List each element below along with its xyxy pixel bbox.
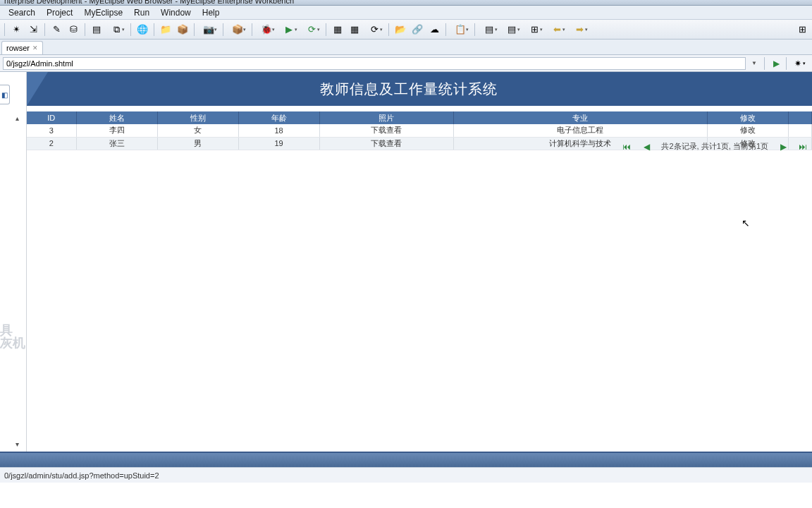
cloud-icon[interactable]: ☁ [426,22,442,37]
open-folder-icon[interactable]: 📂 [393,22,408,37]
last-page-icon[interactable]: ⏭ [798,142,808,152]
copy-icon[interactable]: 📋 [450,22,471,37]
window-title: nterprise Development - MyEclipse Web Br… [4,0,294,5]
page-banner: 教师信息及工作量统计系统 [27,72,812,106]
menu-myeclipse[interactable]: MyEclipse [78,8,128,18]
grid2-icon[interactable]: ▦ [347,22,362,37]
page-title: 教师信息及工作量统计系统 [48,80,812,99]
separator [130,23,131,36]
separator [252,23,252,36]
cell-sex: 男 [157,137,238,150]
cell-name: 张三 [76,137,157,150]
col-photo[interactable]: 照片 [319,111,453,124]
new-wizard-icon[interactable]: ✴ [8,22,24,37]
tab-label: rowser [6,44,30,52]
run-icon[interactable]: ▶ [278,22,300,37]
camera-icon[interactable]: 📷 [198,22,219,37]
sync-icon[interactable]: ⟳ [364,22,385,37]
separator [44,23,45,36]
col-sex[interactable]: 性别 [157,111,238,124]
package-icon[interactable]: 📦 [227,22,248,37]
col-end [788,111,812,124]
address-bar: 0/jsgzl/Admin.shtml ▼ ▶ ✷ [0,55,812,72]
wand-icon[interactable]: ✎ [49,22,64,37]
db-icon[interactable]: ⛁ [66,22,81,37]
menu-run[interactable]: Run [128,8,155,18]
main-toolbar: ✴ ⇲ ✎ ⛁ ▤ ⧉ 🌐 📁 📦 📷 📦 🐞 ▶ ⟳ ▦ ▦ ⟳ 📂 🔗 ☁ … [0,20,812,40]
cell-edit-link[interactable]: 修改 [707,124,788,137]
side-tab-icon[interactable]: ◧ [0,85,10,104]
list1-icon[interactable]: ▤ [479,22,500,37]
separator [194,23,195,36]
editor-tab-strip: rowser ✕ [0,40,812,55]
run-ext-icon[interactable]: ⟳ [301,22,322,37]
tree-icon[interactable]: ⊞ [524,22,545,37]
side-strip: ◧ ▴ ▾ [0,72,27,452]
col-major[interactable]: 专业 [453,111,707,124]
banner-wedge [27,72,48,106]
import-icon[interactable]: ⇲ [25,22,41,37]
browser-content: ◧ ▴ ▾ 教师信息及工作量统计系统 ID 姓名 性别 年龄 照片 专业 修改 [0,72,812,453]
cell-sex: 女 [157,124,238,137]
debug-icon[interactable]: 🐞 [256,22,277,37]
col-id[interactable]: ID [27,111,76,124]
cell-id: 2 [27,137,76,150]
list2-icon[interactable]: ▤ [501,22,522,37]
table-header-row: ID 姓名 性别 年龄 照片 专业 修改 [27,111,812,124]
cell-major: 电子信息工程 [453,124,707,137]
menu-bar: Search Project MyEclipse Run Window Help [0,6,812,20]
pager-text: 共2条记录, 共计1页, 当前第1页 [661,141,768,152]
table-row[interactable]: 3 李四 女 18 下载查看 电子信息工程 修改 [27,124,812,137]
cell-id: 3 [27,124,76,137]
server-icon[interactable]: ▤ [89,22,104,37]
box-icon[interactable]: 📦 [175,22,190,37]
scroll-down-icon[interactable]: ▾ [16,440,19,448]
separator [223,23,223,36]
col-name[interactable]: 姓名 [76,111,157,124]
globe-icon[interactable]: 🌐 [135,22,150,37]
separator [388,23,389,36]
back-icon[interactable]: ⬅ [546,22,567,37]
scroll-up-icon[interactable]: ▴ [16,114,19,122]
deploy-icon[interactable]: ⧉ [106,22,127,37]
prev-page-icon[interactable]: ◀ [641,142,651,152]
separator [154,23,154,36]
separator [786,57,787,70]
perspective-icon[interactable]: ⊞ [794,22,810,37]
separator [326,23,326,36]
close-icon[interactable]: ✕ [32,44,38,52]
link-icon[interactable]: 🔗 [410,22,425,37]
fwd-icon[interactable]: ➡ [569,22,590,37]
separator [85,23,85,36]
data-grid-wrap: ID 姓名 性别 年龄 照片 专业 修改 3 李四 女 18 下载查看 电 [27,111,812,452]
first-page-icon[interactable]: ⏮ [622,142,632,152]
bottom-blue-strip [0,453,812,467]
window-title-bar: nterprise Development - MyEclipse Web Br… [0,0,812,6]
cell-name: 李四 [76,124,157,137]
status-bar: 0/jsgzl/admin/stu/add.jsp?method=upStuid… [0,467,812,483]
cell-photo-link[interactable]: 下载查看 [319,124,453,137]
menu-window[interactable]: Window [155,8,197,18]
browser-tab[interactable]: rowser ✕ [1,41,43,54]
folder-icon[interactable]: 📁 [158,22,173,37]
separator [445,23,446,36]
col-age[interactable]: 年龄 [238,111,319,124]
menu-help[interactable]: Help [197,8,226,18]
menu-project[interactable]: Project [41,8,78,18]
separator [764,57,765,70]
menu-search[interactable]: Search [3,8,41,18]
cell-photo-link[interactable]: 下载查看 [319,137,453,150]
status-text: 0/jsgzl/admin/stu/add.jsp?method=upStuid… [4,471,159,480]
url-input[interactable]: 0/jsgzl/Admin.shtml [3,57,746,70]
go-icon[interactable]: ▶ [769,57,783,70]
grid1-icon[interactable]: ▦ [330,22,345,37]
cell-end [788,124,812,137]
next-page-icon[interactable]: ▶ [778,142,788,152]
separator [474,23,475,36]
url-dropdown-icon[interactable]: ▼ [747,57,761,70]
gear-icon[interactable]: ✷ [791,57,809,70]
cell-age: 19 [238,137,319,150]
pager: ⏮ ◀ 共2条记录, 共计1页, 当前第1页 ▶ ⏭ [622,141,808,152]
col-edit[interactable]: 修改 [707,111,788,124]
separator [4,23,5,36]
